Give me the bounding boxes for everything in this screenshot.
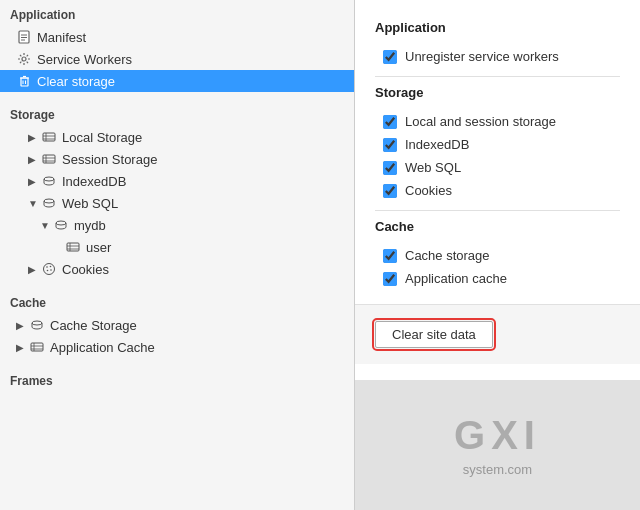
clear-storage-item[interactable]: Clear storage bbox=[0, 70, 354, 92]
cookies-right-checkbox[interactable] bbox=[383, 184, 397, 198]
app-cache-right-checkbox[interactable] bbox=[383, 272, 397, 286]
svg-point-19 bbox=[44, 199, 54, 203]
cookies-item[interactable]: ▶ Cookies bbox=[0, 258, 354, 280]
svg-point-26 bbox=[46, 266, 48, 268]
indexeddb-label: IndexedDB bbox=[62, 174, 126, 189]
svg-point-20 bbox=[56, 221, 66, 225]
divider-2 bbox=[375, 210, 620, 211]
app-cache-label: Application Cache bbox=[50, 340, 155, 355]
cache-storage-right-checkbox[interactable] bbox=[383, 249, 397, 263]
cookies-arrow: ▶ bbox=[28, 264, 38, 275]
right-content: Application Unregister service workers S… bbox=[355, 0, 640, 304]
user-label: user bbox=[86, 240, 111, 255]
service-workers-item[interactable]: Service Workers bbox=[0, 48, 354, 70]
local-storage-icon bbox=[41, 129, 57, 145]
local-storage-arrow: ▶ bbox=[28, 132, 38, 143]
local-session-label: Local and session storage bbox=[405, 114, 556, 129]
local-storage-label: Local Storage bbox=[62, 130, 142, 145]
unregister-sw-checkbox[interactable] bbox=[383, 50, 397, 64]
svg-point-18 bbox=[44, 177, 54, 181]
application-section: Application Manifest Service Workers bbox=[0, 0, 354, 92]
session-storage-item[interactable]: ▶ Session Storage bbox=[0, 148, 354, 170]
frames-section: Frames bbox=[0, 366, 354, 392]
doc-icon bbox=[16, 29, 32, 45]
clear-storage-label: Clear storage bbox=[37, 74, 115, 89]
websql-icon bbox=[41, 195, 57, 211]
indexeddb-right-checkbox[interactable] bbox=[383, 138, 397, 152]
websql-label: Web SQL bbox=[62, 196, 118, 211]
svg-point-25 bbox=[44, 264, 55, 275]
cache-storage-item[interactable]: ▶ Cache Storage bbox=[0, 314, 354, 336]
clear-site-data-button[interactable]: Clear site data bbox=[375, 321, 493, 348]
cache-storage-right-label: Cache storage bbox=[405, 248, 490, 263]
right-storage-header: Storage bbox=[375, 85, 620, 100]
watermark-text: GXI bbox=[454, 413, 541, 458]
local-session-checkbox[interactable] bbox=[383, 115, 397, 129]
clear-button-area: Clear site data bbox=[355, 304, 640, 364]
user-icon bbox=[65, 239, 81, 255]
session-storage-label: Session Storage bbox=[62, 152, 157, 167]
unregister-sw-row[interactable]: Unregister service workers bbox=[375, 45, 620, 68]
websql-right-row[interactable]: Web SQL bbox=[375, 156, 620, 179]
watermark: GXI system.com bbox=[355, 380, 640, 510]
cookies-label: Cookies bbox=[62, 262, 109, 277]
cache-section: Cache ▶ Cache Storage ▶ Applica bbox=[0, 288, 354, 358]
svg-rect-14 bbox=[43, 155, 55, 163]
svg-point-4 bbox=[22, 57, 26, 61]
cookies-right-row[interactable]: Cookies bbox=[375, 179, 620, 202]
svg-point-30 bbox=[32, 321, 42, 325]
left-panel: Application Manifest Service Workers bbox=[0, 0, 355, 510]
clear-button-label: Clear site data bbox=[392, 327, 476, 342]
watermark-sub: system.com bbox=[463, 462, 532, 477]
cookies-right-label: Cookies bbox=[405, 183, 452, 198]
clear-icon bbox=[16, 73, 32, 89]
svg-rect-21 bbox=[67, 243, 79, 251]
svg-rect-5 bbox=[21, 78, 28, 86]
svg-rect-10 bbox=[43, 133, 55, 141]
cache-section-header: Cache bbox=[0, 288, 354, 314]
session-storage-icon bbox=[41, 151, 57, 167]
svg-point-27 bbox=[50, 266, 52, 268]
frames-section-header: Frames bbox=[0, 366, 354, 392]
cache-storage-arrow: ▶ bbox=[16, 320, 26, 331]
storage-section: Storage ▶ Local Storage ▶ bbox=[0, 100, 354, 280]
divider-1 bbox=[375, 76, 620, 77]
app-cache-right-label: Application cache bbox=[405, 271, 507, 286]
indexeddb-arrow: ▶ bbox=[28, 176, 38, 187]
cache-storage-label: Cache Storage bbox=[50, 318, 137, 333]
right-application-header: Application bbox=[375, 20, 620, 35]
storage-section-header: Storage bbox=[0, 100, 354, 126]
indexeddb-right-label: IndexedDB bbox=[405, 137, 469, 152]
session-storage-arrow: ▶ bbox=[28, 154, 38, 165]
user-item[interactable]: ▶ user bbox=[0, 236, 354, 258]
manifest-item[interactable]: Manifest bbox=[0, 26, 354, 48]
app-cache-right-row[interactable]: Application cache bbox=[375, 267, 620, 290]
right-panel: Application Unregister service workers S… bbox=[355, 0, 640, 510]
right-cache-header: Cache bbox=[375, 219, 620, 234]
application-section-header: Application bbox=[0, 0, 354, 26]
app-cache-arrow: ▶ bbox=[16, 342, 26, 353]
local-session-row[interactable]: Local and session storage bbox=[375, 110, 620, 133]
websql-item[interactable]: ▼ Web SQL bbox=[0, 192, 354, 214]
svg-point-28 bbox=[47, 270, 49, 272]
mydb-item[interactable]: ▼ mydb bbox=[0, 214, 354, 236]
mydb-label: mydb bbox=[74, 218, 106, 233]
svg-rect-31 bbox=[31, 343, 43, 351]
mydb-arrow: ▼ bbox=[40, 220, 50, 231]
svg-point-29 bbox=[50, 269, 52, 271]
cookies-icon bbox=[41, 261, 57, 277]
unregister-sw-label: Unregister service workers bbox=[405, 49, 559, 64]
websql-right-label: Web SQL bbox=[405, 160, 461, 175]
websql-right-checkbox[interactable] bbox=[383, 161, 397, 175]
app-cache-icon bbox=[29, 339, 45, 355]
indexeddb-right-row[interactable]: IndexedDB bbox=[375, 133, 620, 156]
cache-storage-icon bbox=[29, 317, 45, 333]
local-storage-item[interactable]: ▶ Local Storage bbox=[0, 126, 354, 148]
manifest-label: Manifest bbox=[37, 30, 86, 45]
service-workers-label: Service Workers bbox=[37, 52, 132, 67]
websql-arrow: ▼ bbox=[28, 198, 38, 209]
cache-storage-right-row[interactable]: Cache storage bbox=[375, 244, 620, 267]
indexeddb-icon bbox=[41, 173, 57, 189]
indexeddb-item[interactable]: ▶ IndexedDB bbox=[0, 170, 354, 192]
app-cache-item[interactable]: ▶ Application Cache bbox=[0, 336, 354, 358]
